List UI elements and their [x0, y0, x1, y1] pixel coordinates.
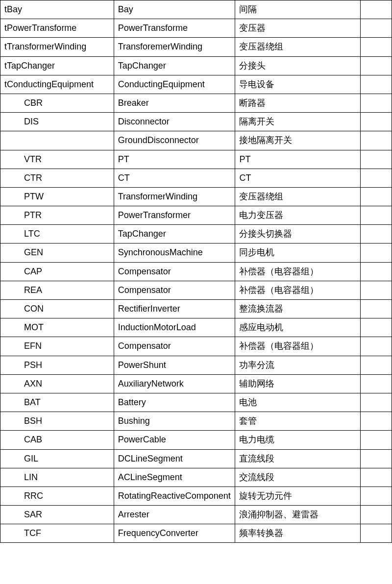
cell-english: Bay: [114, 0, 235, 19]
cell-empty: [361, 19, 392, 38]
cell-english: Compensator: [114, 262, 235, 281]
cell-empty: [361, 300, 392, 318]
cell-chinese: 间隔: [235, 0, 361, 19]
table-row: VTRPTPT: [0, 150, 392, 169]
table-row: CBRBreaker断路器: [0, 94, 392, 112]
table-row: CONRectifierInverter整流换流器: [0, 300, 392, 318]
cell-chinese: 电池: [235, 393, 361, 412]
cell-english: AuxiliaryNetwork: [114, 374, 235, 393]
cell-chinese: 补偿器（电容器组）: [235, 337, 361, 356]
cell-code: EFN: [0, 337, 114, 356]
cell-empty: [361, 206, 392, 225]
cell-english: PowerTransformer: [114, 206, 235, 225]
cell-code: REA: [0, 281, 114, 299]
cell-chinese: 辅助网络: [235, 374, 361, 393]
cell-empty: [361, 449, 392, 468]
cell-english: Breaker: [114, 94, 235, 112]
cell-empty: [361, 225, 392, 243]
cell-code: PTR: [0, 206, 114, 225]
table-row: PTWTransformerWinding变压器绕组: [0, 187, 392, 206]
cell-code: CTR: [0, 169, 114, 187]
cell-chinese: 断路器: [235, 94, 361, 112]
cell-chinese: 旋转无功元件: [235, 487, 361, 505]
cell-code: CAP: [0, 262, 114, 281]
cell-code: BSH: [0, 412, 114, 431]
table-row: GroundDisconnector接地隔离开关: [0, 131, 392, 150]
cell-chinese: PT: [235, 150, 361, 169]
cell-empty: [361, 94, 392, 112]
table-row: EFNCompensator补偿器（电容器组）: [0, 337, 392, 356]
cell-english: PowerTransforme: [114, 19, 235, 38]
cell-english: Compensator: [114, 281, 235, 299]
cell-code: tConductingEquipment: [0, 75, 114, 94]
cell-chinese: 频率转换器: [235, 524, 361, 543]
cell-empty: [361, 187, 392, 206]
cell-english: TransforemerWinding: [114, 38, 235, 56]
table-row: GILDCLineSegment直流线段: [0, 449, 392, 468]
table-row: BSHBushing套管: [0, 412, 392, 431]
cell-code: CBR: [0, 94, 114, 112]
cell-english: Disconnector: [114, 113, 235, 131]
cell-empty: [361, 75, 392, 94]
table-row: SARArrester浪涌抑制器、避雷器: [0, 506, 392, 524]
table-row: tBayBay间隔: [0, 0, 392, 19]
cell-empty: [361, 318, 392, 337]
cell-code: PTW: [0, 187, 114, 206]
cell-chinese: 交流线段: [235, 468, 361, 487]
cell-chinese: 感应电动机: [235, 318, 361, 337]
table-row: CTRCTCT: [0, 169, 392, 187]
cell-chinese: 同步电机: [235, 243, 361, 262]
cell-chinese: 变压器: [235, 19, 361, 38]
cell-code: GIL: [0, 449, 114, 468]
cell-chinese: 补偿器（电容器组）: [235, 281, 361, 299]
cell-code: LTC: [0, 225, 114, 243]
cell-chinese: 补偿器（电容器组）: [235, 262, 361, 281]
cell-chinese: 接地隔离开关: [235, 131, 361, 150]
table-row: PSHPowerShunt功率分流: [0, 356, 392, 374]
cell-empty: [361, 38, 392, 56]
cell-chinese: 功率分流: [235, 356, 361, 374]
cell-empty: [361, 150, 392, 169]
table-row: RRCRotatingReactiveComponent旋转无功元件: [0, 487, 392, 505]
cell-empty: [361, 374, 392, 393]
cell-english: Bushing: [114, 412, 235, 431]
cell-english: SynchronousMachine: [114, 243, 235, 262]
cell-code: BAT: [0, 393, 114, 412]
cell-empty: [361, 56, 392, 75]
cell-empty: [361, 243, 392, 262]
cell-empty: [361, 431, 392, 449]
table-row: tTapChangerTapChanger分接头: [0, 56, 392, 75]
cell-empty: [361, 262, 392, 281]
cell-code: RRC: [0, 487, 114, 505]
cell-code: CON: [0, 300, 114, 318]
cell-chinese: 变压器绕组: [235, 187, 361, 206]
table-row: AXNAuxiliaryNetwork辅助网络: [0, 374, 392, 393]
cell-code: DIS: [0, 113, 114, 131]
cell-english: ConductingEquipment: [114, 75, 235, 94]
cell-english: GroundDisconnector: [114, 131, 235, 150]
cell-empty: [361, 131, 392, 150]
table-row: CAPCompensator补偿器（电容器组）: [0, 262, 392, 281]
cell-code: MOT: [0, 318, 114, 337]
cell-empty: [361, 487, 392, 505]
cell-chinese: CT: [235, 169, 361, 187]
cell-code: GEN: [0, 243, 114, 262]
cell-empty: [361, 356, 392, 374]
cell-english: PT: [114, 150, 235, 169]
cell-code: PSH: [0, 356, 114, 374]
cell-english: CT: [114, 169, 235, 187]
cell-english: Compensator: [114, 337, 235, 356]
table-row: tTransformerWindingTransforemerWinding变压…: [0, 38, 392, 56]
cell-english: DCLineSegment: [114, 449, 235, 468]
cell-chinese: 变压器绕组: [235, 38, 361, 56]
cell-english: TransformerWinding: [114, 187, 235, 206]
cell-english: Arrester: [114, 506, 235, 524]
cell-empty: [361, 468, 392, 487]
cell-empty: [361, 412, 392, 431]
table-row: TCFFrequencyConverter频率转换器: [0, 524, 392, 543]
cell-english: ACLineSegment: [114, 468, 235, 487]
cell-chinese: 直流线段: [235, 449, 361, 468]
cell-chinese: 隔离开关: [235, 113, 361, 131]
cell-code: AXN: [0, 374, 114, 393]
cell-code: VTR: [0, 150, 114, 169]
